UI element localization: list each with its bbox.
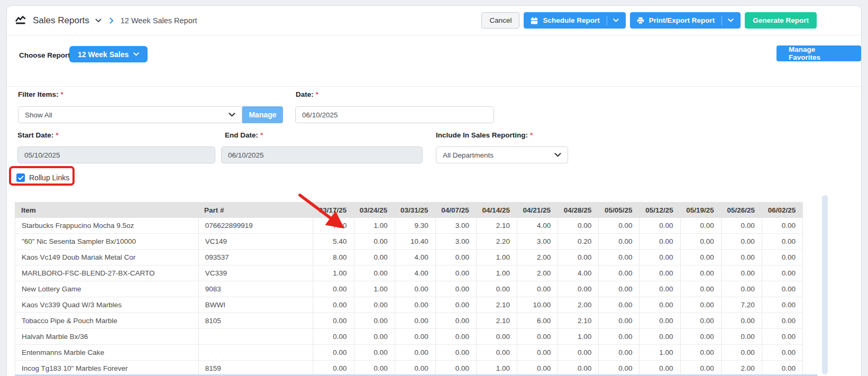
item-cell: Halvah Marble Bx/36 bbox=[15, 329, 198, 344]
schedule-report-button[interactable]: Schedule Report bbox=[524, 12, 625, 29]
table-row: Kaos Vc149 Doub Mariak Metal Cor0935378.… bbox=[15, 250, 803, 265]
button-divider bbox=[607, 16, 607, 25]
value-cell: 0.00 bbox=[598, 250, 639, 265]
value-cell: 0.00 bbox=[721, 265, 762, 281]
value-cell: 0.00 bbox=[435, 313, 476, 328]
vertical-scrollbar[interactable] bbox=[822, 195, 828, 374]
value-cell: 0.00 bbox=[762, 329, 802, 344]
column-header-04-28-25: 04/28/25 bbox=[558, 206, 598, 214]
page-card: Sales Reports 12 Week Sales Report Cance… bbox=[6, 5, 862, 376]
value-cell: 1.00 bbox=[476, 250, 517, 265]
value-cell: 0.00 bbox=[721, 281, 762, 297]
table-row: Kaos Vc339 Quad W/3 MarblesBWWI0.000.000… bbox=[15, 297, 803, 313]
column-header-05-12-25: 05/12/25 bbox=[639, 206, 680, 214]
date-input[interactable]: 06/10/2025 bbox=[295, 106, 494, 123]
part-cell: VC149 bbox=[198, 234, 313, 249]
include-in-sales-reporting-select[interactable]: All Departments bbox=[436, 146, 568, 163]
item-cell: MARLBORO-FSC-BLEND-27-BX-CARTO bbox=[15, 265, 198, 281]
value-cell: 0.00 bbox=[354, 297, 395, 313]
chevron-down-icon bbox=[229, 113, 235, 117]
value-cell: 0.00 bbox=[313, 345, 353, 360]
table-row: Incog Tg183 10" Marbles Forever81590.000… bbox=[15, 361, 803, 376]
column-header-04-07-25: 04/07/25 bbox=[435, 206, 476, 214]
value-cell: 0.00 bbox=[435, 250, 476, 265]
include-in-sales-reporting-label: Include In Sales Reporting:* bbox=[436, 131, 533, 139]
table-row: Halvah Marble Bx/360.000.000.000.000.000… bbox=[15, 329, 803, 345]
value-cell: 0.00 bbox=[354, 361, 395, 376]
value-cell: 0.00 bbox=[354, 329, 395, 344]
chevron-down-icon[interactable] bbox=[95, 19, 102, 23]
value-cell: 6.00 bbox=[517, 313, 558, 328]
value-cell: 0.00 bbox=[395, 297, 435, 313]
value-cell: 0.00 bbox=[313, 297, 353, 313]
value-cell: 5.40 bbox=[313, 234, 353, 249]
value-cell: 4.00 bbox=[558, 265, 598, 281]
value-cell: 0.00 bbox=[395, 329, 435, 344]
table-header: ItemPart #03/17/2503/24/2503/31/2504/07/… bbox=[15, 202, 803, 218]
part-cell: VC339 bbox=[198, 265, 313, 281]
value-cell: 0.00 bbox=[517, 329, 558, 344]
value-cell: 2.00 bbox=[721, 361, 762, 376]
filter-items-label: Filter Items:* bbox=[18, 90, 63, 98]
table-row: Tobacco Pipe & Pouch Marble81050.000.000… bbox=[15, 313, 803, 329]
generate-report-button[interactable]: Generate Report bbox=[745, 12, 817, 29]
value-cell: 0.00 bbox=[313, 329, 353, 344]
column-header-05-05-25: 05/05/25 bbox=[598, 206, 639, 214]
value-cell: 0.00 bbox=[476, 329, 517, 344]
table-row: Entenmanns Marble Cake0.000.000.000.000.… bbox=[15, 345, 803, 361]
start-date-label: Start Date:* bbox=[17, 131, 59, 139]
manage-favorites-button[interactable]: Manage Favorites bbox=[776, 45, 861, 61]
report-selector-button[interactable]: 12 Week Sales bbox=[69, 46, 148, 62]
value-cell: 4.00 bbox=[395, 265, 435, 281]
column-header-03-17-25: 03/17/25 bbox=[313, 206, 353, 214]
value-cell: 0.00 bbox=[680, 265, 721, 281]
value-cell: 9.30 bbox=[395, 218, 435, 233]
value-cell: 0.00 bbox=[354, 345, 395, 360]
value-cell: 10.40 bbox=[395, 234, 435, 249]
part-cell: 093537 bbox=[198, 250, 313, 265]
value-cell: 0.00 bbox=[313, 313, 353, 328]
value-cell: 1.00 bbox=[354, 218, 395, 233]
chevron-down-icon[interactable] bbox=[728, 19, 734, 22]
value-cell: 0.00 bbox=[680, 329, 721, 344]
value-cell: 1.00 bbox=[476, 265, 517, 281]
column-header-04-21-25: 04/21/25 bbox=[517, 206, 558, 214]
section-divider bbox=[7, 86, 861, 87]
cancel-button[interactable]: Cancel bbox=[481, 12, 519, 29]
value-cell: 1.00 bbox=[313, 265, 353, 281]
column-header-06-02-25: 06/02/25 bbox=[762, 206, 802, 214]
value-cell: 0.00 bbox=[680, 250, 721, 265]
item-cell: Tobacco Pipe & Pouch Marble bbox=[15, 313, 198, 328]
table-body: Starbucks Frappucino Mocha 9.5oz07662289… bbox=[15, 218, 803, 376]
start-date-input: 05/10/2025 bbox=[17, 146, 215, 163]
value-cell: 0.00 bbox=[680, 281, 721, 297]
value-cell: 0.00 bbox=[639, 218, 680, 233]
chevron-right-icon bbox=[109, 17, 114, 24]
part-cell bbox=[198, 329, 313, 344]
chevron-down-icon[interactable] bbox=[613, 19, 619, 22]
value-cell: 7.20 bbox=[721, 297, 762, 313]
value-cell: 0.00 bbox=[680, 234, 721, 249]
value-cell: 0.00 bbox=[598, 329, 639, 344]
part-cell bbox=[198, 345, 313, 360]
table-row: New Lottery Game90830.001.000.000.000.00… bbox=[15, 281, 803, 297]
value-cell: 0.00 bbox=[762, 281, 802, 297]
value-cell: 2.10 bbox=[476, 218, 517, 233]
filter-items-select[interactable]: Show All bbox=[18, 106, 242, 123]
manage-filter-button[interactable]: Manage bbox=[242, 106, 283, 123]
value-cell: 0.00 bbox=[517, 281, 558, 297]
value-cell: 0.00 bbox=[598, 361, 639, 376]
value-cell: 7.20 bbox=[313, 218, 353, 233]
value-cell: 0.00 bbox=[517, 345, 558, 360]
top-toolbar: Sales Reports 12 Week Sales Report Cance… bbox=[7, 6, 861, 35]
value-cell: 3.00 bbox=[435, 234, 476, 249]
value-cell: 1.00 bbox=[354, 281, 395, 297]
end-date-input: 06/10/2025 bbox=[221, 146, 423, 163]
item-cell: New Lottery Game bbox=[15, 281, 198, 297]
value-cell: 0.00 bbox=[762, 297, 802, 313]
value-cell: 0.00 bbox=[598, 234, 639, 249]
print-export-report-button[interactable]: Print/Export Report bbox=[630, 12, 741, 29]
value-cell: 0.00 bbox=[354, 234, 395, 249]
value-cell: 0.00 bbox=[762, 250, 802, 265]
value-cell: 2.00 bbox=[517, 265, 558, 281]
